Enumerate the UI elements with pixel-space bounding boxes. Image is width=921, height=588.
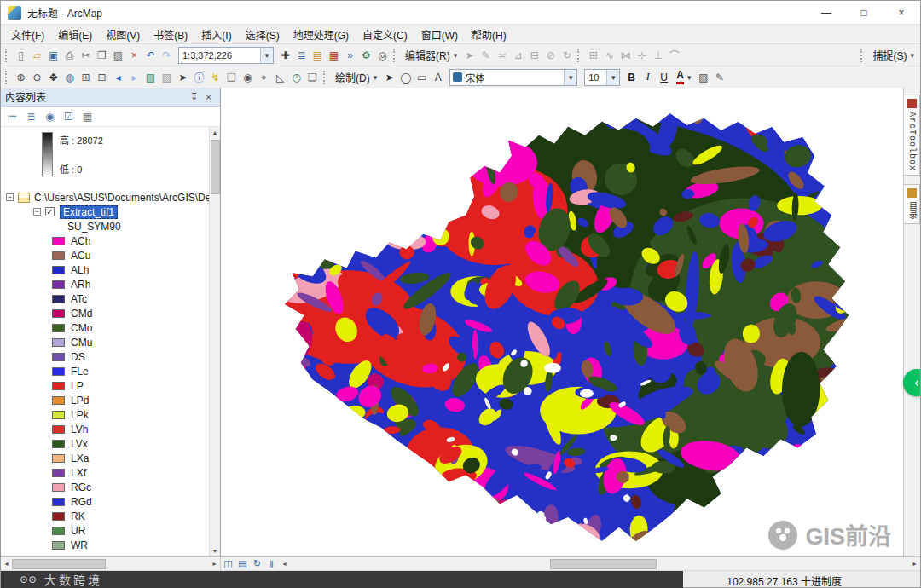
toolbar-grip[interactable] — [860, 49, 864, 62]
print-icon[interactable]: ⎙ — [61, 47, 78, 63]
intersect-icon[interactable]: ⋈ — [617, 47, 634, 63]
paste-icon[interactable]: ▨ — [110, 47, 126, 63]
scroll-up-icon[interactable]: ▴ — [210, 127, 221, 138]
legend-swatch[interactable] — [52, 411, 65, 419]
legend-swatch[interactable] — [52, 512, 65, 521]
scroll-down-icon[interactable]: ▾ — [210, 545, 221, 556]
midpoint-icon[interactable]: ⊹ — [634, 47, 650, 63]
edit-vertices-icon[interactable]: ≍ — [494, 47, 510, 63]
title-bar[interactable]: 无标题 - ArcMap — □ × — [1, 1, 920, 24]
italic-button[interactable]: I — [640, 69, 656, 85]
legend-swatch[interactable] — [52, 396, 65, 405]
arctoolbox-icon[interactable]: ▦ — [326, 47, 342, 63]
toc-horizontal-scrollbar[interactable]: ◂ ▸ — [1, 557, 221, 570]
zoom-in-icon[interactable]: ⊕ — [13, 69, 29, 85]
model-builder-icon[interactable]: ⚙ — [358, 47, 374, 63]
layer-visibility-checkbox[interactable]: ✓ — [45, 207, 55, 216]
chevron-down-icon[interactable]: ▾ — [606, 70, 619, 85]
scroll-left-icon[interactable]: ◂ — [279, 558, 290, 569]
split-icon[interactable]: ⊘ — [542, 47, 559, 63]
pause-drawing-icon[interactable]: ‖ — [264, 557, 279, 570]
copy-icon[interactable]: ❐ — [94, 47, 110, 63]
editor-arrow-icon[interactable]: ➤ — [461, 47, 478, 63]
open-folder-icon[interactable]: ▱ — [29, 47, 45, 63]
scrollbar-thumb[interactable] — [12, 559, 106, 569]
trace-icon[interactable]: ∿ — [601, 47, 617, 63]
legend-swatch[interactable] — [52, 483, 65, 492]
delete-icon[interactable]: × — [126, 47, 142, 63]
full-extent-icon[interactable]: ◍ — [61, 69, 78, 85]
tab-arctoolbox[interactable]: ArcToolbox — [904, 95, 920, 176]
next-extent-icon[interactable]: ▸ — [126, 69, 142, 85]
chevron-down-icon[interactable]: ▾ — [260, 48, 273, 63]
draw-pointer-icon[interactable]: ➤ — [381, 69, 397, 85]
arc-segment-icon[interactable]: ⌒ — [666, 47, 682, 63]
legend-swatch[interactable] — [52, 527, 65, 535]
fixed-zoom-out-icon[interactable]: ⊟ — [94, 69, 110, 85]
perpendicular-icon[interactable]: ⊥ — [650, 47, 666, 63]
scrollbar-thumb[interactable] — [550, 559, 657, 569]
go-to-xy-icon[interactable]: ⌖ — [256, 69, 272, 85]
rotate-icon[interactable]: ↻ — [559, 47, 575, 63]
toc-vertical-scrollbar[interactable]: ▴ ▾ — [209, 127, 220, 556]
editor-menu-button[interactable]: 编辑器(R) ▾ — [401, 48, 461, 62]
scroll-left-icon[interactable]: ◂ — [1, 558, 12, 569]
hyperlink-icon[interactable]: ↯ — [207, 69, 223, 85]
scale-combo[interactable]: 1:3,372,226 ▾ — [178, 47, 274, 64]
select-elements-icon[interactable]: ➤ — [175, 69, 191, 85]
legend-swatch[interactable] — [52, 541, 65, 550]
layer-row[interactable]: − ✓ Extract_tif1 — [1, 205, 220, 219]
menu-windows[interactable]: 窗口(W) — [414, 25, 465, 43]
map-view[interactable]: GIS前沿 — [221, 88, 903, 556]
select-features-icon[interactable]: ▧ — [142, 69, 159, 85]
zoom-out-icon[interactable]: ⊖ — [29, 69, 45, 85]
legend-swatch[interactable] — [52, 237, 65, 245]
close-button[interactable]: × — [883, 1, 920, 24]
collapse-icon[interactable]: − — [6, 193, 14, 201]
toolbar-grip[interactable] — [577, 49, 581, 62]
menu-customize[interactable]: 自定义(C) — [356, 25, 414, 43]
pin-icon[interactable]: ↧ — [187, 91, 201, 102]
reshape-icon[interactable]: ⊿ — [510, 47, 526, 63]
chevron-down-icon[interactable]: ▾ — [564, 70, 576, 85]
menu-bookmarks[interactable]: 书签(B) — [147, 25, 194, 43]
draw-rectangle-icon[interactable]: ▭ — [414, 69, 430, 85]
menu-view[interactable]: 视图(V) — [99, 25, 147, 43]
menu-file[interactable]: 文件(F) — [4, 25, 51, 43]
new-document-icon[interactable]: ▯ — [13, 47, 29, 63]
font-color-button[interactable]: A ▾ — [672, 70, 695, 84]
collapse-icon[interactable]: − — [33, 208, 41, 216]
table-of-contents-icon[interactable]: ≣ — [293, 47, 310, 63]
legend-swatch[interactable] — [52, 440, 65, 448]
python-window-icon[interactable]: » — [342, 47, 358, 63]
toolbar-grip[interactable] — [323, 71, 327, 84]
undo-icon[interactable]: ↶ — [142, 47, 159, 63]
search-window-icon[interactable]: ◎ — [374, 47, 391, 63]
map-horizontal-scrollbar[interactable]: ◂ ▸ — [279, 557, 920, 570]
layer-name-edit[interactable]: Extract_tif1 — [60, 205, 118, 219]
tab-catalog[interactable]: 目录 — [904, 184, 920, 224]
viewer-window-icon[interactable]: ❏ — [304, 69, 321, 85]
legend-swatch[interactable] — [52, 309, 65, 318]
scrollbar-thumb[interactable] — [211, 140, 220, 194]
legend-swatch[interactable] — [52, 324, 65, 332]
find-icon[interactable]: ◉ — [240, 69, 256, 85]
previous-extent-icon[interactable]: ◂ — [110, 69, 126, 85]
menu-insert[interactable]: 插入(I) — [194, 25, 238, 43]
cut-icon[interactable]: ✂ — [78, 47, 94, 63]
time-slider-icon[interactable]: ◷ — [288, 69, 304, 85]
fixed-zoom-in-icon[interactable]: ⊞ — [78, 69, 94, 85]
redo-icon[interactable]: ↷ — [159, 47, 175, 63]
legend-swatch[interactable] — [52, 353, 65, 361]
close-icon[interactable]: × — [201, 92, 216, 102]
draw-text-icon[interactable]: A — [430, 69, 446, 85]
line-color-icon[interactable]: ✎ — [711, 69, 727, 85]
legend-swatch[interactable] — [52, 251, 65, 260]
menu-edit[interactable]: 编辑(E) — [51, 25, 99, 43]
measure-icon[interactable]: ◺ — [272, 69, 288, 85]
legend-swatch[interactable] — [52, 425, 65, 434]
group-layer-row[interactable]: − C:\Users\ASUS\Documents\ArcGIS\De... — [1, 190, 220, 205]
minimize-button[interactable]: — — [808, 1, 845, 24]
bold-button[interactable]: B — [623, 69, 640, 85]
legend-swatch[interactable] — [52, 367, 65, 376]
